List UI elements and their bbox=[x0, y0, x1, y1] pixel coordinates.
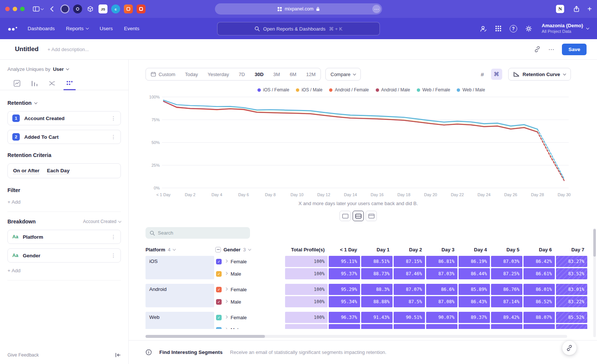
command-icon[interactable]: ⌘ bbox=[491, 69, 502, 80]
legend-item[interactable]: iOS / Male bbox=[296, 87, 322, 92]
row-checkbox[interactable]: ✓ bbox=[216, 271, 222, 277]
chevron-right-icon[interactable] bbox=[225, 287, 228, 290]
breakdown-item-gender[interactable]: AaGender⋮ bbox=[7, 248, 121, 263]
range-yesterday[interactable]: Yesterday bbox=[203, 68, 234, 80]
platform-header-dropdown[interactable]: Platform 4 bbox=[146, 247, 214, 252]
kebab-menu-icon[interactable]: ⋮ bbox=[111, 134, 116, 140]
users-activity-icon[interactable] bbox=[480, 25, 487, 32]
view-toggle-table[interactable] bbox=[366, 211, 377, 221]
extension-orange-app-icon[interactable] bbox=[124, 4, 133, 13]
row-checkbox[interactable]: ✓ bbox=[216, 287, 222, 292]
legend-item[interactable]: Android / Male bbox=[376, 87, 410, 92]
range-custom[interactable]: Custom bbox=[146, 68, 180, 80]
mixpanel-logo[interactable] bbox=[8, 27, 17, 31]
global-search[interactable]: Open Reports & Dashboards ⌘ + K bbox=[217, 22, 380, 35]
chevron-down-icon[interactable] bbox=[34, 101, 37, 104]
select-all-checkbox[interactable] bbox=[215, 247, 221, 252]
share-icon[interactable] bbox=[572, 4, 581, 14]
table-row[interactable]: ✓Female bbox=[215, 284, 284, 295]
new-tab-icon[interactable]: + bbox=[587, 5, 592, 13]
row-checkbox[interactable]: ✓ bbox=[216, 315, 222, 320]
nav-item-dashboards[interactable]: Dashboards bbox=[28, 26, 55, 31]
annotations-icon[interactable]: # bbox=[477, 69, 488, 80]
criteria-each-day-dropdown[interactable]: Each Day bbox=[47, 168, 70, 174]
collapse-sidebar-icon[interactable] bbox=[115, 352, 121, 358]
range-30d[interactable]: 30D bbox=[250, 68, 268, 80]
chevron-right-icon[interactable] bbox=[225, 315, 228, 318]
notion-icon[interactable]: N bbox=[556, 5, 564, 13]
account-switcher[interactable]: Amazonia {Demo} All Project Data bbox=[542, 23, 589, 34]
chart-type-dropdown[interactable]: Retention Curve bbox=[508, 68, 571, 81]
horizontal-scrollbar-thumb[interactable] bbox=[146, 335, 265, 338]
add-filter-button[interactable]: + Add bbox=[7, 199, 21, 205]
back-icon[interactable] bbox=[47, 4, 57, 14]
gender-header-dropdown[interactable]: Gender 3 bbox=[215, 247, 284, 252]
address-more-icon[interactable]: ⋯ bbox=[372, 5, 381, 13]
nav-item-reports[interactable]: Reports bbox=[66, 26, 88, 31]
segments-title[interactable]: Find Interesting Segments bbox=[159, 349, 223, 355]
kebab-menu-icon[interactable]: ⋮ bbox=[111, 234, 116, 240]
breakdown-item-platform[interactable]: AaPlatform⋮ bbox=[7, 230, 121, 244]
settings-gear-icon[interactable] bbox=[525, 25, 532, 32]
breakdown-scope-dropdown[interactable]: Account Created bbox=[83, 219, 121, 224]
analyze-entity-dropdown[interactable]: User bbox=[53, 66, 64, 72]
save-button[interactable]: Save bbox=[562, 44, 587, 55]
table-row[interactable]: ✓Female bbox=[215, 256, 284, 267]
chevron-right-icon[interactable] bbox=[225, 259, 228, 262]
vertical-scrollbar[interactable] bbox=[593, 228, 596, 337]
platform-cell[interactable]: Android bbox=[146, 284, 214, 307]
give-feedback-link[interactable]: Give Feedback bbox=[7, 352, 39, 358]
criteria-on-or-after-dropdown[interactable]: On or After bbox=[13, 168, 40, 174]
nav-item-users[interactable]: Users bbox=[100, 26, 113, 31]
table-row[interactable]: ✓Male bbox=[215, 296, 284, 307]
chevron-right-icon[interactable] bbox=[225, 327, 228, 329]
add-description-button[interactable]: + Add description... bbox=[47, 47, 89, 52]
browser-sidebar-icon[interactable] bbox=[31, 4, 41, 14]
table-row[interactable]: ✓Male bbox=[215, 324, 284, 329]
range-today[interactable]: Today bbox=[180, 68, 203, 80]
tab-insights[interactable] bbox=[13, 76, 21, 90]
legend-item[interactable]: iOS / Female bbox=[257, 87, 289, 92]
tab-flows[interactable] bbox=[49, 76, 56, 90]
view-toggle-chart[interactable] bbox=[340, 211, 351, 221]
report-title[interactable]: Untitled bbox=[15, 46, 38, 53]
platform-cell[interactable]: Web bbox=[146, 312, 214, 329]
apps-grid-icon[interactable] bbox=[495, 25, 501, 32]
extension-package-icon[interactable] bbox=[86, 4, 95, 13]
tab-funnels[interactable] bbox=[31, 76, 38, 90]
table-search-input[interactable]: Search bbox=[146, 227, 250, 239]
window-close-button[interactable] bbox=[5, 7, 10, 11]
more-options-icon[interactable]: ⋯ bbox=[548, 46, 554, 53]
kebab-menu-icon[interactable]: ⋮ bbox=[111, 115, 116, 121]
extension-red-app-icon[interactable] bbox=[137, 4, 146, 13]
extension-circle-icon[interactable] bbox=[73, 4, 82, 13]
address-bar[interactable]: mixpanel.com ⋯ bbox=[215, 3, 382, 15]
table-row[interactable]: ✓Male bbox=[215, 268, 284, 279]
chevron-right-icon[interactable] bbox=[225, 272, 228, 274]
extension-js-icon[interactable]: JS bbox=[99, 4, 107, 13]
retention-step-2[interactable]: 2Added To Cart⋮ bbox=[7, 130, 121, 144]
range-6m[interactable]: 6M bbox=[285, 68, 301, 80]
row-checkbox[interactable]: ✓ bbox=[216, 327, 222, 329]
chevron-down-icon[interactable] bbox=[41, 7, 44, 10]
range-12m[interactable]: 12M bbox=[301, 68, 320, 80]
horizontal-scrollbar[interactable] bbox=[146, 335, 567, 338]
extension-c-icon[interactable]: c bbox=[111, 4, 120, 13]
window-minimize-button[interactable] bbox=[13, 7, 17, 11]
row-checkbox[interactable]: ✓ bbox=[216, 259, 222, 264]
retention-step-1[interactable]: 1Account Created⋮ bbox=[7, 111, 121, 125]
range-7d[interactable]: 7D bbox=[234, 68, 250, 80]
window-zoom-button[interactable] bbox=[20, 7, 25, 11]
platform-cell[interactable]: iOS bbox=[146, 256, 214, 279]
help-icon[interactable]: ? bbox=[510, 25, 517, 32]
view-toggle-split[interactable] bbox=[353, 211, 364, 221]
row-checkbox[interactable]: ✓ bbox=[216, 299, 222, 305]
legend-item[interactable]: Web / Male bbox=[457, 87, 485, 92]
chevron-right-icon[interactable] bbox=[225, 299, 228, 302]
tab-retention[interactable] bbox=[66, 76, 73, 90]
nav-item-events[interactable]: Events bbox=[124, 26, 139, 31]
extension-timer-icon[interactable] bbox=[60, 4, 69, 13]
kebab-menu-icon[interactable]: ⋮ bbox=[111, 252, 116, 258]
range-3m[interactable]: 3M bbox=[268, 68, 285, 80]
legend-item[interactable]: Android / Female bbox=[329, 87, 369, 92]
